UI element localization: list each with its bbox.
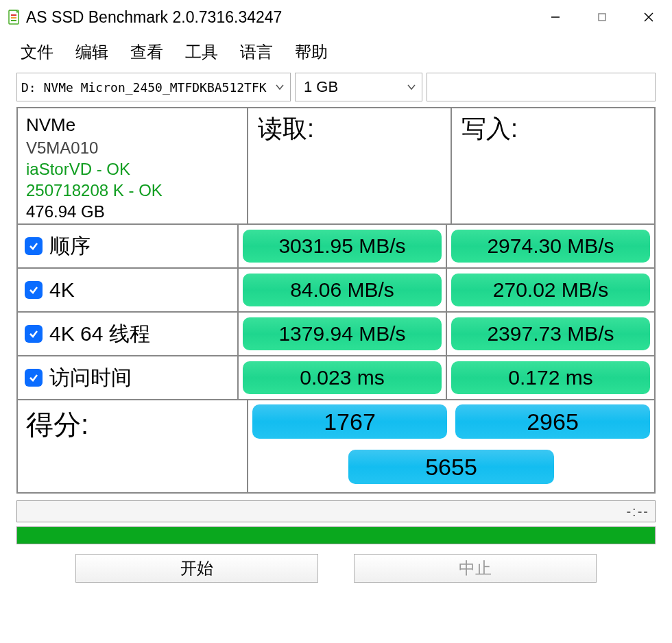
4k64-write-value: 2397.73 MB/s xyxy=(451,317,650,350)
menu-edit[interactable]: 编辑 xyxy=(75,41,108,63)
svg-rect-3 xyxy=(11,20,16,21)
menu-language[interactable]: 语言 xyxy=(240,41,273,63)
test-row-seq: 顺序 3031.95 MB/s 2974.30 MB/s xyxy=(18,225,654,269)
drive-select[interactable]: D: NVMe Micron_2450_MTFDKBA512TFK xyxy=(16,73,291,101)
checkbox-4k64[interactable] xyxy=(25,325,43,343)
selector-spacer xyxy=(427,73,656,101)
drive-name: NVMe xyxy=(26,114,239,137)
progress-bar xyxy=(16,526,656,544)
menu-help[interactable]: 帮助 xyxy=(295,41,328,63)
score-write-value: 2965 xyxy=(455,404,650,439)
test-row-4k64: 4K 64 线程 1379.94 MB/s 2397.73 MB/s xyxy=(18,313,654,356)
seq-read-value: 3031.95 MB/s xyxy=(243,230,442,263)
score-read-value: 1767 xyxy=(252,404,447,439)
bench-area: NVMe V5MA010 iaStorVD - OK 250718208 K -… xyxy=(16,107,656,494)
4k-write-value: 270.02 MB/s xyxy=(451,274,650,306)
checkbox-seq[interactable] xyxy=(25,237,43,255)
test-label-cell: 访问时间 xyxy=(18,356,237,399)
maximize-button[interactable] xyxy=(579,0,625,34)
result-cell: 0.172 ms xyxy=(446,356,654,399)
svg-rect-5 xyxy=(599,14,605,21)
score-top: 1767 2965 xyxy=(248,400,654,448)
selector-row: D: NVMe Micron_2450_MTFDKBA512TFK 1 GB xyxy=(0,73,672,107)
test-row-4k: 4K 84.06 MB/s 270.02 MB/s xyxy=(18,269,654,313)
test-row-access: 访问时间 0.023 ms 0.172 ms xyxy=(18,356,654,400)
seq-write-value: 2974.30 MB/s xyxy=(451,230,650,263)
result-cell: 1379.94 MB/s xyxy=(237,313,446,355)
svg-rect-1 xyxy=(11,14,16,16)
test-label-cell: 顺序 xyxy=(18,225,237,267)
checkbox-access[interactable] xyxy=(25,369,43,387)
test-label-cell: 4K 64 线程 xyxy=(18,313,237,355)
status-text: -:-- xyxy=(16,500,656,522)
drive-capacity: 476.94 GB xyxy=(26,201,239,222)
footer: 开始 中止 xyxy=(0,544,672,592)
chevron-down-icon xyxy=(401,73,422,101)
minimize-button[interactable] xyxy=(532,0,579,34)
test-label-cell: 4K xyxy=(18,269,237,311)
stop-button[interactable]: 中止 xyxy=(354,554,597,583)
alignment-status: 250718208 K - OK xyxy=(26,180,239,201)
column-read-header: 读取: xyxy=(247,108,451,223)
column-write-header: 写入: xyxy=(451,108,654,223)
driver-status: iaStorVD - OK xyxy=(26,158,239,180)
access-write-value: 0.172 ms xyxy=(451,361,650,394)
test-seq-label: 顺序 xyxy=(49,232,91,260)
app-icon xyxy=(7,9,21,25)
menu-tools[interactable]: 工具 xyxy=(185,41,218,63)
window-controls xyxy=(532,0,672,34)
score-row: 得分: 1767 2965 5655 xyxy=(18,400,654,492)
result-cell: 0.023 ms xyxy=(237,356,446,399)
bench-header-row: NVMe V5MA010 iaStorVD - OK 250718208 K -… xyxy=(18,108,654,225)
titlebar-left: AS SSD Benchmark 2.0.7316.34247 xyxy=(7,8,282,27)
status-area: -:-- xyxy=(16,500,656,544)
chevron-down-icon xyxy=(269,73,290,101)
size-select[interactable]: 1 GB xyxy=(295,73,422,101)
test-4k-label: 4K xyxy=(49,278,75,302)
score-bottom: 5655 xyxy=(248,448,654,488)
result-cell: 2397.73 MB/s xyxy=(446,313,654,355)
drive-firmware: V5MA010 xyxy=(26,137,239,158)
score-right: 1767 2965 5655 xyxy=(247,400,654,492)
access-read-value: 0.023 ms xyxy=(243,361,442,394)
svg-rect-2 xyxy=(11,17,16,19)
checkbox-4k[interactable] xyxy=(25,281,43,299)
drive-info: NVMe V5MA010 iaStorVD - OK 250718208 K -… xyxy=(18,108,247,223)
drive-select-value: D: NVMe Micron_2450_MTFDKBA512TFK xyxy=(21,80,267,95)
menu-view[interactable]: 查看 xyxy=(130,41,163,63)
window-title: AS SSD Benchmark 2.0.7316.34247 xyxy=(26,8,282,27)
4k-read-value: 84.06 MB/s xyxy=(243,274,442,306)
test-4k64-label: 4K 64 线程 xyxy=(49,320,150,348)
result-cell: 2974.30 MB/s xyxy=(446,225,654,267)
menubar: 文件 编辑 查看 工具 语言 帮助 xyxy=(0,34,672,73)
window: AS SSD Benchmark 2.0.7316.34247 文件 编辑 查看… xyxy=(0,0,672,643)
4k64-read-value: 1379.94 MB/s xyxy=(243,317,442,350)
start-button[interactable]: 开始 xyxy=(75,554,318,583)
test-access-label: 访问时间 xyxy=(49,364,132,392)
score-total-value: 5655 xyxy=(348,450,554,484)
close-button[interactable] xyxy=(625,0,672,34)
score-label: 得分: xyxy=(18,400,247,492)
result-cell: 3031.95 MB/s xyxy=(237,225,446,267)
result-cell: 270.02 MB/s xyxy=(446,269,654,311)
size-select-value: 1 GB xyxy=(304,78,338,96)
result-cell: 84.06 MB/s xyxy=(237,269,446,311)
menu-file[interactable]: 文件 xyxy=(21,41,53,63)
titlebar: AS SSD Benchmark 2.0.7316.34247 xyxy=(0,0,672,34)
